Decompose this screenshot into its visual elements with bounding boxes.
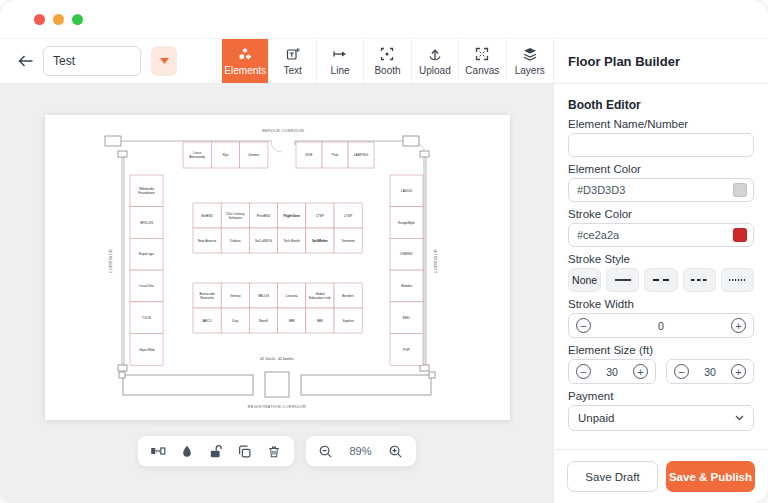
stroke-style-none-button[interactable]: None xyxy=(568,268,601,292)
window-zoom-button[interactable] xyxy=(72,14,83,25)
stroke-color-swatch[interactable] xyxy=(733,228,747,242)
fill-color-button[interactable] xyxy=(179,443,195,459)
stroke-width-decrease-button[interactable]: − xyxy=(576,318,591,333)
payment-select[interactable]: Unpaid xyxy=(568,405,754,431)
booth[interactable]: ABCO xyxy=(193,308,221,333)
save-publish-button[interactable]: Save & Publish xyxy=(666,461,755,492)
booth[interactable]: GlobalEducation Link xyxy=(306,283,334,308)
booth[interactable]: PGP xyxy=(390,334,423,366)
booth[interactable]: WikimediaFoundation xyxy=(130,175,163,207)
canvas-area[interactable]: LinuxAstronomyRyaGnomeKDEPelaLAMPSIGWiki… xyxy=(0,84,553,503)
plan-dropdown-button[interactable] xyxy=(151,46,177,76)
booth[interactable]: IBM xyxy=(278,308,306,333)
stroke-style-dash-long-button[interactable] xyxy=(644,268,677,292)
booth[interactable]: Yosemite xyxy=(334,228,362,253)
droplet-icon xyxy=(180,444,194,459)
booth[interactable]: SFVLUG xyxy=(130,207,163,239)
payment-label: Payment xyxy=(568,390,754,402)
elements-icon xyxy=(238,47,252,61)
booth[interactable]: LAMPSIG xyxy=(348,142,374,168)
window-close-button[interactable] xyxy=(34,14,45,25)
booth[interactable]: ObjectWeb xyxy=(130,334,163,366)
element-height-increase-button[interactable]: + xyxy=(731,364,746,379)
element-height-stepper: − 30 + xyxy=(666,359,754,384)
svg-text:SoftMaker: SoftMaker xyxy=(312,239,329,243)
booth[interactable]: Levanta xyxy=(278,283,306,308)
element-color-swatch[interactable] xyxy=(733,183,747,197)
stroke-style-solid-button[interactable] xyxy=(606,268,639,292)
zoom-out-button[interactable] xyxy=(318,443,334,459)
booth[interactable]: SoCalWUG xyxy=(249,228,277,253)
booth[interactable]: KnoppMyth xyxy=(390,207,423,239)
booth[interactable]: BarracudaNetworks xyxy=(193,283,221,308)
booth[interactable]: IBM xyxy=(306,308,334,333)
booth[interactable]: LTSP xyxy=(306,203,334,228)
tab-layers[interactable]: Layers xyxy=(506,39,553,83)
booth[interactable]: Day xyxy=(221,308,249,333)
element-color-input[interactable]: #D3D3D3 xyxy=(568,178,754,202)
plan-name-input[interactable] xyxy=(43,46,141,76)
booth[interactable]: FlightGear xyxy=(278,203,306,228)
booth-count-note: 42 10x10 - 42 booths xyxy=(260,357,294,361)
booth[interactable]: Borders xyxy=(334,283,362,308)
element-height-decrease-button[interactable]: − xyxy=(674,364,689,379)
stroke-color-input[interactable]: #ce2a2a xyxy=(568,223,754,247)
stroke-width-increase-button[interactable]: + xyxy=(731,318,746,333)
duplicate-button[interactable] xyxy=(237,443,253,459)
window-minimize-button[interactable] xyxy=(53,14,64,25)
tab-line[interactable]: Line xyxy=(316,39,363,83)
tab-upload[interactable]: Upload xyxy=(411,39,458,83)
delete-button[interactable] xyxy=(266,443,282,459)
booth[interactable]: LADUG xyxy=(390,175,423,207)
booth[interactable]: NetBSD xyxy=(193,203,221,228)
layers-icon xyxy=(523,47,537,61)
booth[interactable]: ExpoLogic xyxy=(130,238,163,270)
booth[interactable]: Tech Booth xyxy=(278,228,306,253)
booth[interactable]: SBLUG xyxy=(249,283,277,308)
booth[interactable]: New Avenue xyxy=(193,228,221,253)
tab-canvas[interactable]: Canvas xyxy=(458,39,505,83)
booth[interactable]: SoftMaker xyxy=(306,228,334,253)
save-draft-button[interactable]: Save Draft xyxy=(567,461,658,492)
booth[interactable]: Novell xyxy=(249,308,277,333)
unlock-button[interactable] xyxy=(208,443,224,459)
flip-horizontal-button[interactable] xyxy=(150,443,166,459)
svg-text:Borders: Borders xyxy=(342,294,354,298)
booth[interactable]: FreeBSD xyxy=(249,203,277,228)
booth[interactable]: EMC xyxy=(390,302,423,334)
tab-booth[interactable]: Booth xyxy=(363,39,410,83)
booth[interactable]: Gentoo xyxy=(221,283,249,308)
booth[interactable]: Mambo xyxy=(390,270,423,302)
element-name-input[interactable] xyxy=(568,133,754,157)
booth[interactable]: Sophos xyxy=(334,308,362,333)
back-button[interactable] xyxy=(18,55,33,67)
booth[interactable]: USENIX xyxy=(390,238,423,270)
dashed-long-line-icon xyxy=(652,278,670,282)
booth[interactable]: Rya xyxy=(211,142,239,168)
booth[interactable]: LinuxChix xyxy=(130,270,163,302)
svg-text:Day: Day xyxy=(232,319,238,323)
element-width-decrease-button[interactable]: − xyxy=(576,364,591,379)
tab-elements[interactable]: Elements xyxy=(222,39,268,83)
tab-label: Canvas xyxy=(465,65,499,76)
booth[interactable]: Gnome xyxy=(240,142,268,168)
element-color-value: #D3D3D3 xyxy=(577,184,625,196)
element-width-increase-button[interactable]: + xyxy=(633,364,648,379)
stroke-style-dash-short-button[interactable] xyxy=(683,268,716,292)
booth[interactable]: Debian xyxy=(221,228,249,253)
booth[interactable]: LTSP xyxy=(334,203,362,228)
booth[interactable]: TOLIS xyxy=(130,302,163,334)
floor-plan-sheet[interactable]: LinuxAstronomyRyaGnomeKDEPelaLAMPSIGWiki… xyxy=(45,115,510,420)
svg-text:KnoppMyth: KnoppMyth xyxy=(398,221,415,225)
chevron-down-icon xyxy=(735,415,744,421)
stroke-style-dotted-button[interactable] xyxy=(721,268,754,292)
booth[interactable]: Pela xyxy=(322,142,348,168)
tab-text[interactable]: Text xyxy=(268,39,315,83)
zoom-in-button[interactable] xyxy=(388,443,404,459)
booth[interactable]: LinuxAstronomy xyxy=(183,142,211,168)
zoom-in-icon xyxy=(388,444,403,459)
booth[interactable]: 21st CenturySoftware xyxy=(221,203,249,228)
tab-label: Elements xyxy=(224,65,266,76)
stroke-color-label: Stroke Color xyxy=(568,208,754,220)
booth[interactable]: KDE xyxy=(296,142,322,168)
